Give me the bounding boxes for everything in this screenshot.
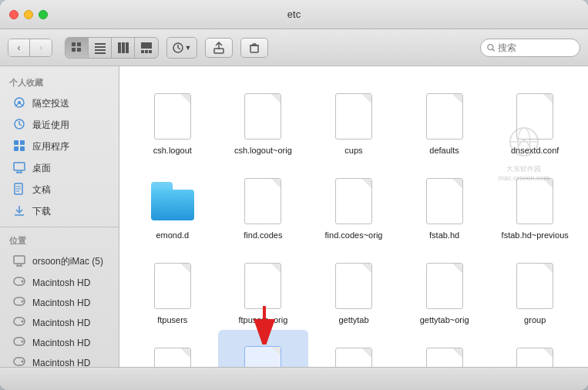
- recent-label: 最近使用: [32, 119, 69, 132]
- svg-point-55: [22, 341, 24, 343]
- personal-section-label: 个人收藏: [0, 74, 119, 92]
- file-label: dnsextd.conf: [511, 146, 559, 156]
- file-icon: [151, 260, 194, 312]
- airdrop-icon: [12, 96, 26, 111]
- file-icon: [513, 345, 556, 367]
- file-item-group-prev[interactable]: group~previous: [127, 330, 218, 367]
- svg-rect-0: [72, 42, 76, 46]
- file-item-group[interactable]: group: [489, 245, 580, 330]
- file-item-gettytab[interactable]: gettytab: [308, 245, 399, 330]
- file-label: csh.logout: [153, 146, 192, 156]
- icon-view-button[interactable]: [66, 38, 89, 58]
- back-button[interactable]: ‹: [8, 39, 30, 56]
- hd4-icon: [12, 336, 26, 349]
- maximize-button[interactable]: [39, 10, 48, 19]
- recent-icon: [12, 118, 26, 133]
- svg-rect-13: [145, 50, 148, 53]
- view-toggle: [65, 37, 159, 59]
- file-item-dnsextd[interactable]: dnsextd.conf: [489, 76, 580, 160]
- file-item-csh-logout-orig[interactable]: csh.logout~orig: [218, 76, 309, 160]
- imac-label: orsoon的iMac (5): [32, 255, 103, 268]
- file-grid: csh.logout csh.logout~orig cups defaults…: [119, 66, 588, 367]
- hd5-label: Macintosh HD: [32, 358, 90, 368]
- sidebar-item-hd5[interactable]: Macintosh HD: [3, 353, 116, 367]
- file-icon: [423, 175, 466, 227]
- file-item-defaults[interactable]: defaults: [399, 76, 490, 160]
- file-icon: [513, 90, 556, 143]
- list-view-button[interactable]: [89, 38, 112, 58]
- delete-button[interactable]: [240, 38, 268, 58]
- file-item-hosts-orig[interactable]: hosts~orig: [399, 330, 490, 367]
- toolbar: ‹ › ▼: [0, 29, 588, 66]
- file-label: gettytab~orig: [420, 315, 469, 325]
- svg-rect-14: [149, 50, 152, 53]
- file-item-ftpusers[interactable]: ftpusers: [127, 245, 218, 330]
- file-item-hosts[interactable]: hosts: [218, 330, 309, 367]
- file-item-gettytab-orig[interactable]: gettytab~orig: [399, 245, 490, 330]
- sidebar-item-docs[interactable]: 文稿: [3, 180, 116, 200]
- file-item-cups[interactable]: cups: [308, 76, 399, 160]
- file-item-ftpusers-orig[interactable]: ftpusers~orig: [218, 245, 309, 330]
- sidebar-item-hd2[interactable]: Macintosh HD: [3, 293, 116, 312]
- apps-icon: [12, 140, 26, 154]
- file-label: defaults: [429, 146, 459, 156]
- search-box[interactable]: [480, 39, 580, 57]
- file-icon: [332, 175, 375, 227]
- file-item-fstab-hd-prev[interactable]: fstab.hd~previous: [489, 160, 580, 245]
- file-label: find.codes: [244, 230, 282, 240]
- sidebar-item-airdrop[interactable]: 隔空投送: [3, 93, 116, 114]
- search-input[interactable]: [498, 42, 573, 53]
- column-view-button[interactable]: [112, 38, 135, 58]
- svg-rect-32: [20, 140, 25, 145]
- svg-point-24: [488, 44, 493, 49]
- svg-line-25: [492, 49, 495, 51]
- minimize-button[interactable]: [24, 10, 33, 19]
- svg-rect-8: [118, 42, 121, 53]
- sidebar-item-hd3[interactable]: Macintosh HD: [3, 313, 116, 332]
- sidebar-item-hd1[interactable]: Macintosh HD: [3, 273, 116, 292]
- hd5-icon: [12, 356, 26, 367]
- svg-rect-12: [141, 50, 144, 53]
- svg-rect-34: [20, 146, 25, 151]
- downloads-label: 下载: [32, 205, 51, 218]
- svg-rect-35: [14, 163, 25, 170]
- desktop-label: 桌面: [32, 162, 51, 175]
- hd1-icon: [12, 276, 26, 289]
- file-item-emond-d[interactable]: emond.d: [127, 160, 218, 245]
- traffic-lights: [9, 10, 48, 19]
- file-label: emond.d: [156, 230, 189, 240]
- sidebar-item-recent[interactable]: 最近使用: [3, 115, 116, 136]
- file-icon: [423, 345, 466, 367]
- file-item-irbrc[interactable]: irbrc: [489, 330, 580, 367]
- file-item-find-codes[interactable]: find.codes: [218, 160, 309, 245]
- sidebar-item-downloads[interactable]: 下载: [3, 201, 116, 222]
- hd2-label: Macintosh HD: [32, 298, 90, 308]
- file-item-csh-logout[interactable]: csh.logout: [127, 76, 218, 160]
- apps-label: 应用程序: [32, 140, 69, 153]
- file-icon: [423, 260, 466, 312]
- file-item-hosts-equiv[interactable]: hosts.equiv: [308, 330, 399, 367]
- docs-label: 文稿: [32, 183, 51, 197]
- file-icon: [151, 345, 194, 367]
- file-icon: [332, 90, 375, 143]
- svg-rect-6: [95, 49, 106, 51]
- share-button[interactable]: [205, 38, 233, 58]
- file-icon: [513, 260, 556, 312]
- sidebar-item-imac[interactable]: orsoon的iMac (5): [3, 251, 116, 272]
- hd2-icon: [12, 296, 26, 309]
- close-button[interactable]: [9, 10, 18, 19]
- sidebar-item-desktop[interactable]: 桌面: [3, 158, 116, 179]
- forward-button[interactable]: ›: [30, 39, 52, 56]
- file-icon: [513, 175, 556, 227]
- hd3-label: Macintosh HD: [32, 318, 90, 328]
- file-icon: [332, 260, 375, 312]
- main-content: 个人收藏 隔空投送 最近使用 应用程序: [0, 66, 588, 367]
- file-item-fstab-hd[interactable]: fstab.hd: [399, 160, 490, 245]
- sidebar-item-apps[interactable]: 应用程序: [3, 136, 116, 157]
- sidebar-item-hd4[interactable]: Macintosh HD: [3, 333, 116, 352]
- arrange-button[interactable]: ▼: [167, 38, 197, 58]
- cover-view-button[interactable]: [135, 38, 158, 58]
- file-item-find-codes-orig[interactable]: find.codes~orig: [308, 160, 399, 245]
- hd4-label: Macintosh HD: [32, 338, 90, 348]
- svg-line-17: [178, 48, 180, 49]
